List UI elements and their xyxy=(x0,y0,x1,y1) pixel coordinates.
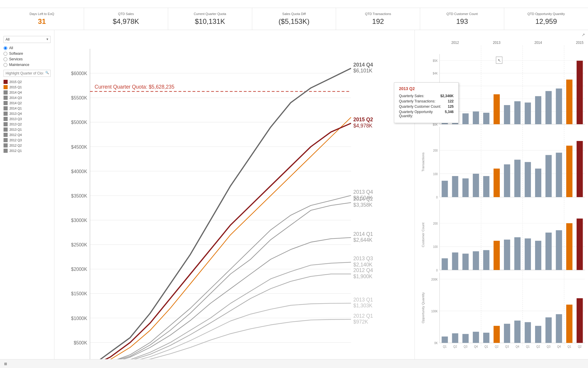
legend-item[interactable]: 2012 Q4 xyxy=(4,133,51,137)
kpi-item: Current Quarter Quota $10,131K xyxy=(168,8,252,30)
svg-text:$2,644K: $2,644K xyxy=(353,237,372,243)
svg-rect-154 xyxy=(452,333,458,343)
tooltip-value: $2,346K xyxy=(440,94,454,98)
svg-rect-117 xyxy=(545,155,552,197)
svg-text:Q2: Q2 xyxy=(578,345,582,348)
svg-text:$4500K: $4500K xyxy=(71,145,87,150)
product-name-select-wrapper: All xyxy=(4,36,51,43)
radio-item[interactable]: Services xyxy=(4,57,51,61)
legend-item[interactable]: 2013 Q4 xyxy=(4,112,51,116)
legend-item[interactable]: 2013 Q1 xyxy=(4,127,51,132)
legend-swatch xyxy=(4,133,8,137)
svg-text:$1000K: $1000K xyxy=(71,316,87,321)
svg-rect-107 xyxy=(442,181,448,197)
tooltip-label: Quarterly Transactions: xyxy=(399,99,435,103)
legend-item[interactable]: 2012 Q1 xyxy=(4,149,51,153)
tooltip-value: 122 xyxy=(448,99,454,103)
svg-text:2015: 2015 xyxy=(576,41,584,45)
legend-item[interactable]: 2012 Q3 xyxy=(4,138,51,142)
legend-swatch xyxy=(4,122,8,126)
tooltip-row: Quarterly Customer Count: 125 xyxy=(399,105,454,109)
svg-rect-96 xyxy=(566,79,572,124)
radio-item[interactable]: Software xyxy=(4,52,51,56)
svg-rect-158 xyxy=(494,326,500,343)
svg-rect-115 xyxy=(525,162,531,197)
svg-rect-87 xyxy=(473,112,479,124)
svg-text:Q3: Q3 xyxy=(547,345,551,348)
svg-rect-156 xyxy=(473,332,479,343)
kpi-label: QTD Sales xyxy=(87,12,165,16)
svg-text:$2,140K: $2,140K xyxy=(353,262,372,268)
kpi-item: QTD Customer Count 193 xyxy=(420,8,504,30)
svg-rect-114 xyxy=(514,160,520,197)
bottom-bar: ⊞ xyxy=(0,359,588,368)
legend-swatch xyxy=(4,112,8,116)
svg-rect-95 xyxy=(556,89,562,124)
svg-text:2012 Q1: 2012 Q1 xyxy=(353,313,373,319)
svg-rect-153 xyxy=(442,336,448,343)
svg-text:↖: ↖ xyxy=(498,58,501,63)
left-panel: All All Software Services Maintenance 20… xyxy=(0,30,54,359)
legend-item[interactable]: 2013 Q3 xyxy=(4,117,51,121)
svg-rect-111 xyxy=(483,176,489,197)
tooltip-value: 125 xyxy=(448,105,454,109)
svg-rect-157 xyxy=(483,333,489,343)
svg-text:200: 200 xyxy=(433,149,438,152)
svg-text:Q4: Q4 xyxy=(557,345,561,348)
svg-rect-164 xyxy=(556,314,562,343)
quarter-search-input[interactable] xyxy=(4,70,51,77)
svg-text:Q1: Q1 xyxy=(443,345,447,348)
svg-rect-133 xyxy=(473,251,479,270)
legend-swatch xyxy=(4,138,8,142)
radio-item[interactable]: Maintenance xyxy=(4,63,51,67)
legend-item[interactable]: 2013 Q2 xyxy=(4,122,51,126)
svg-text:2013 Q1: 2013 Q1 xyxy=(353,297,373,303)
svg-rect-163 xyxy=(545,317,552,343)
radio-item[interactable]: All xyxy=(4,46,51,50)
legend-item[interactable]: 2014 Q2 xyxy=(4,101,51,105)
legend-item[interactable]: 2014 Q1 xyxy=(4,106,51,110)
quarter-search-wrapper xyxy=(4,70,51,77)
svg-text:2014 Q1: 2014 Q1 xyxy=(353,231,373,237)
svg-text:100: 100 xyxy=(433,245,438,248)
tooltip-value: 5,346 xyxy=(445,110,454,118)
legend-item[interactable]: 2012 Q2 xyxy=(4,143,51,147)
svg-rect-116 xyxy=(535,169,541,197)
svg-rect-143 xyxy=(577,218,583,270)
svg-rect-161 xyxy=(525,322,531,343)
legend-item[interactable]: 2015 Q2 xyxy=(4,80,51,84)
svg-rect-155 xyxy=(462,334,469,343)
main-content: All All Software Services Maintenance 20… xyxy=(0,30,588,359)
svg-text:2013 Q4: 2013 Q4 xyxy=(353,189,373,195)
svg-rect-141 xyxy=(556,230,562,270)
legend-swatch xyxy=(4,106,8,110)
kpi-item: QTD Opportunity Quantity 12,959 xyxy=(504,8,588,30)
legend-item[interactable]: 2014 Q3 xyxy=(4,96,51,100)
svg-text:Q2: Q2 xyxy=(495,345,499,348)
legend-swatch xyxy=(4,96,8,100)
svg-rect-108 xyxy=(452,176,458,197)
svg-text:Q1: Q1 xyxy=(485,345,488,348)
svg-text:0: 0 xyxy=(436,268,438,272)
legend: 2015 Q22015 Q12014 Q42014 Q32014 Q22014 … xyxy=(4,80,51,153)
svg-rect-97 xyxy=(577,61,583,124)
header xyxy=(0,0,588,8)
svg-text:$5500K: $5500K xyxy=(71,95,87,100)
svg-text:2012 Q4: 2012 Q4 xyxy=(353,267,373,273)
legend-item[interactable]: 2014 Q4 xyxy=(4,90,51,95)
legend-item[interactable]: 2015 Q1 xyxy=(4,85,51,89)
svg-rect-162 xyxy=(535,326,541,343)
tooltip-row: Quarterly Sales: $2,346K xyxy=(399,94,454,98)
svg-text:$2500K: $2500K xyxy=(71,242,87,247)
kpi-bar: Days Left to EoQ 31QTD Sales $4,978KCurr… xyxy=(0,8,588,30)
svg-text:200K: 200K xyxy=(431,278,438,281)
svg-text:$1500K: $1500K xyxy=(71,291,87,296)
product-name-select[interactable]: All xyxy=(4,36,51,43)
svg-rect-139 xyxy=(535,241,541,270)
svg-rect-113 xyxy=(504,164,510,197)
svg-rect-120 xyxy=(577,141,583,197)
tooltip-label: Quarterly Opportunity Quantify: xyxy=(399,110,445,118)
svg-text:Q2: Q2 xyxy=(536,345,540,348)
svg-rect-90 xyxy=(504,105,510,124)
expand-icon[interactable]: ↗ xyxy=(582,32,585,37)
